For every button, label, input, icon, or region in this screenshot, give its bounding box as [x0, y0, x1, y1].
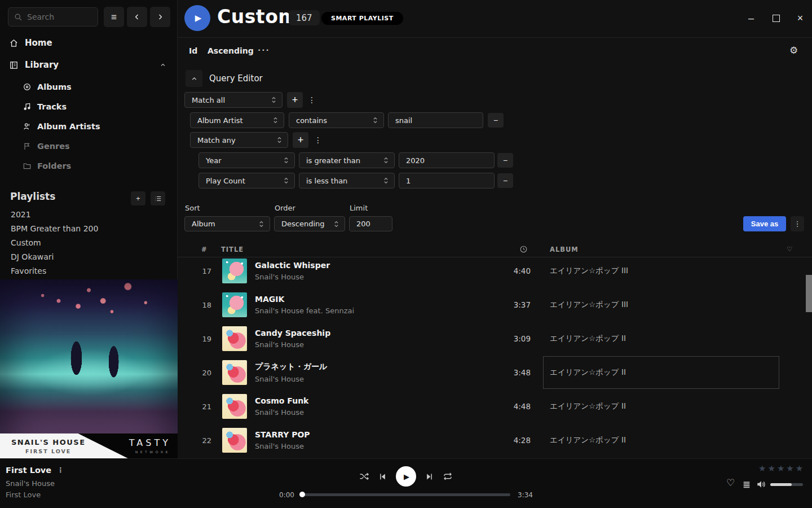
sidebar-item-folders[interactable]: Folders: [0, 159, 178, 173]
playlist-list-button[interactable]: [151, 191, 165, 205]
track-artist: Snail's House: [255, 442, 473, 450]
track-number: 21: [178, 402, 211, 411]
remove-rule-button[interactable]: −: [488, 113, 504, 128]
sort-field-control[interactable]: Id: [189, 46, 197, 55]
now-playing-cover-art[interactable]: SNAIL'S HOUSE FIRST LOVE TASTY NETWORK: [0, 279, 178, 458]
maximize-button[interactable]: [767, 10, 784, 27]
chevron-up-down-icon: [284, 177, 289, 185]
select-value: contains: [296, 116, 327, 125]
playlist-item[interactable]: 2021: [11, 210, 169, 222]
add-playlist-button[interactable]: +: [131, 191, 145, 205]
gear-icon[interactable]: ⚙: [789, 45, 798, 56]
add-rule-button[interactable]: +: [293, 132, 308, 148]
search-input[interactable]: Search: [8, 7, 98, 27]
now-playing-title[interactable]: First Love: [6, 466, 51, 475]
sidebar-item-label: Tracks: [37, 102, 67, 111]
next-button[interactable]: [425, 472, 434, 481]
remove-rule-button[interactable]: −: [497, 173, 513, 188]
sidebar-item-album-artists[interactable]: Album Artists: [0, 119, 178, 134]
cover-art-banner: SNAIL'S HOUSE FIRST LOVE TASTY NETWORK: [0, 433, 178, 458]
play-playlist-button[interactable]: ▶: [184, 5, 210, 31]
root-match-select[interactable]: Match all: [184, 92, 283, 108]
collapse-query-editor-button[interactable]: [186, 70, 202, 87]
star-icon[interactable]: ★: [758, 463, 767, 474]
close-button[interactable]: ×: [792, 10, 809, 27]
rule-group-menu-icon[interactable]: ⋮: [307, 92, 316, 108]
track-row[interactable]: 21 Cosmo FunkSnail's House 4:48 エイリアン☆ポッ…: [178, 389, 812, 423]
rule-operator-select[interactable]: contains: [289, 112, 384, 128]
sidebar-item-tracks[interactable]: Tracks: [0, 99, 178, 114]
rule-field-select[interactable]: Album Artist: [190, 112, 284, 128]
shuffle-button[interactable]: [359, 471, 369, 481]
order-select[interactable]: Descending: [274, 216, 345, 231]
rule-value-input[interactable]: 2020: [399, 152, 495, 168]
minimize-button[interactable]: –: [743, 10, 760, 27]
save-menu-icon[interactable]: ⋮: [791, 216, 804, 231]
rating-stars[interactable]: ★★★★★: [758, 463, 805, 474]
remove-rule-button[interactable]: −: [497, 153, 513, 168]
playlist-item[interactable]: Custom: [11, 238, 169, 251]
main-content: ▶ Custom 167 SMART PLAYLIST – × Id Ascen…: [178, 0, 812, 458]
track-row[interactable]: 19 Candy SpaceshipSnail's House 3:09 エイリ…: [178, 322, 812, 356]
chevron-up-icon: [191, 75, 198, 82]
limit-input[interactable]: 200: [349, 216, 392, 231]
playlist-item[interactable]: DJ Okawari: [11, 252, 169, 265]
sidebar-item-albums[interactable]: Albums: [0, 80, 178, 94]
play-pause-button[interactable]: ▶: [396, 466, 416, 487]
playlist-item[interactable]: Favorites: [11, 266, 169, 279]
track-title: Galactic Whisper: [255, 261, 473, 270]
volume-button[interactable]: [756, 479, 766, 489]
sidebar-item-genres[interactable]: Genres: [0, 139, 178, 154]
favorite-button[interactable]: ♡: [726, 477, 735, 489]
playlist-item[interactable]: BPM Greater than 200: [11, 224, 169, 237]
more-options-icon[interactable]: •••: [258, 47, 270, 53]
track-row[interactable]: 18 MAGIKSnail's House feat. Sennzai 3:37…: [178, 288, 812, 322]
track-album: エイリアン☆ポップ III: [550, 300, 812, 310]
queue-button[interactable]: [742, 480, 751, 489]
save-as-button[interactable]: Save as: [743, 216, 786, 231]
track-row[interactable]: 17 Galactic WhisperSnail's House 4:40 エイ…: [178, 257, 812, 288]
track-artist: Snail's House: [255, 273, 473, 281]
cover-album-text: FIRST LOVE: [25, 448, 71, 454]
previous-button[interactable]: [378, 472, 387, 481]
group-match-select[interactable]: Match any: [190, 132, 288, 148]
forward-button[interactable]: [150, 7, 170, 27]
add-rule-button[interactable]: +: [287, 92, 303, 108]
sort-select[interactable]: Album: [184, 216, 270, 231]
now-playing-album[interactable]: First Love: [6, 491, 41, 499]
star-icon[interactable]: ★: [777, 463, 786, 474]
star-icon[interactable]: ★: [767, 463, 776, 474]
now-playing-menu-icon[interactable]: ⋮: [57, 466, 64, 474]
rule-operator-select[interactable]: is greater than: [299, 152, 395, 168]
rule-operator-select[interactable]: is less than: [299, 173, 395, 189]
track-count-badge: 167: [289, 10, 320, 25]
track-row[interactable]: 22 STARRY POPSnail's House 4:28 エイリアン☆ポッ…: [178, 423, 812, 457]
back-button[interactable]: [127, 7, 147, 27]
chevron-up-icon[interactable]: [160, 62, 166, 68]
now-playing-artist[interactable]: Snail's House: [6, 479, 55, 488]
rule-field-select[interactable]: Year: [198, 152, 295, 168]
star-icon[interactable]: ★: [786, 463, 795, 474]
repeat-button[interactable]: [443, 471, 453, 481]
track-row[interactable]: 20 プラネット・ガールSnail's House 3:48 エイリアン☆ポップ…: [178, 356, 812, 389]
sort-direction-control[interactable]: Ascending: [208, 46, 254, 55]
select-value: Match all: [192, 96, 225, 104]
track-duration: 3:09: [473, 334, 531, 343]
sidebar-item-label: Albums: [37, 82, 72, 91]
seek-slider[interactable]: [302, 493, 510, 496]
star-icon[interactable]: ★: [796, 463, 805, 474]
rule-value-input[interactable]: 1: [399, 173, 495, 189]
rule-field-select[interactable]: Play Count: [198, 173, 295, 189]
rule-group-menu-icon[interactable]: ⋮: [314, 132, 323, 148]
menu-button[interactable]: ≡: [104, 7, 124, 27]
plus-icon: +: [298, 134, 304, 146]
sidebar-item-home[interactable]: Home: [0, 36, 178, 50]
heart-icon[interactable]: ♡: [787, 245, 793, 253]
seek-slider-knob[interactable]: [299, 492, 305, 497]
sidebar-item-library[interactable]: Library: [0, 58, 178, 72]
scrollbar-thumb[interactable]: [806, 275, 812, 312]
rule-value-input[interactable]: snail: [388, 112, 483, 128]
minus-icon: −: [493, 116, 498, 125]
volume-slider[interactable]: [770, 483, 803, 486]
sidebar: Search ≡ Home Library Albums Tracks Albu…: [0, 0, 178, 458]
